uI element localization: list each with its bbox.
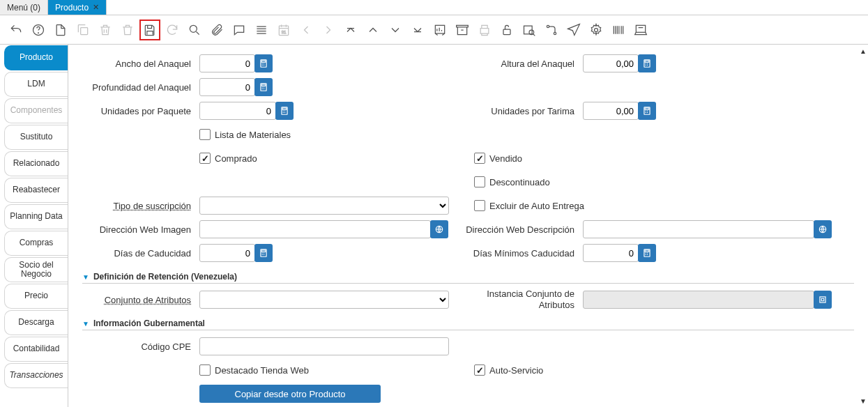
calculator-icon[interactable] <box>638 102 656 120</box>
sidebar-item-ldm[interactable]: LDM <box>4 72 68 97</box>
direccion-web-desc-input[interactable] <box>583 220 814 238</box>
svg-point-1 <box>38 32 39 33</box>
instancia-atributos-input[interactable] <box>583 291 814 309</box>
descontinuado-checkbox[interactable] <box>474 176 485 187</box>
section-gubernamental[interactable]: ▼ Información Gubernamental <box>82 318 854 330</box>
codigo-cpe-input[interactable] <box>199 337 449 355</box>
sidebar-item-descarga[interactable]: Descarga <box>4 310 68 335</box>
form-scroll-area[interactable]: Ancho del Anaquel Altura del Anaquel <box>68 45 868 407</box>
first-icon[interactable] <box>340 20 361 40</box>
altura-anaquel-input[interactable] <box>583 54 639 72</box>
svg-text:31: 31 <box>282 30 286 34</box>
svg-rect-27 <box>261 250 266 252</box>
calculator-icon[interactable] <box>275 102 294 120</box>
attribute-icon[interactable] <box>814 291 832 309</box>
sidebar: Producto LDM Componentes Sustituto Relac… <box>0 45 68 407</box>
scroll-down-icon[interactable]: ▼ <box>858 394 868 407</box>
calculator-icon[interactable] <box>254 244 273 262</box>
lista-materiales-checkbox[interactable] <box>199 129 211 140</box>
undo-icon[interactable] <box>6 20 26 40</box>
close-icon[interactable]: ✕ <box>93 3 99 12</box>
svg-point-3 <box>190 25 197 32</box>
pos-icon[interactable] <box>630 20 651 40</box>
lista-materiales-label: Lista de Materiales <box>215 130 291 140</box>
excluir-auto-entrega-checkbox[interactable] <box>474 200 485 211</box>
help-icon[interactable] <box>28 20 49 40</box>
calculator-icon[interactable] <box>254 54 273 72</box>
copiar-producto-button[interactable]: Copiar desde otro Producto <box>199 385 381 403</box>
conjunto-atributos-select[interactable] <box>199 291 449 309</box>
descontinuado-label: Descontinuado <box>489 177 550 187</box>
sidebar-item-producto[interactable]: Producto <box>4 45 68 70</box>
destacado-tienda-web-label: Destacado Tienda Web <box>215 365 309 376</box>
sidebar-item-contabilidad[interactable]: Contabilidad <box>4 337 68 362</box>
unidades-paquete-label: Unidades por Paquete <box>82 106 194 116</box>
instancia-atributos-label: Instancia Conjunto de Atributos <box>466 289 577 310</box>
up-icon[interactable] <box>363 20 383 40</box>
auto-servicio-checkbox[interactable] <box>474 364 485 376</box>
sidebar-item-relacionado[interactable]: Relacionado <box>4 151 68 176</box>
sidebar-item-compras[interactable]: Compras <box>4 231 68 256</box>
chat-icon[interactable] <box>229 20 250 40</box>
tab-menu[interactable]: Menú (0) <box>0 0 48 15</box>
globe-icon[interactable] <box>430 220 448 238</box>
svg-point-11 <box>554 32 556 34</box>
svg-rect-13 <box>636 25 645 32</box>
last-icon[interactable] <box>407 20 428 40</box>
dias-min-caducidad-input[interactable] <box>583 244 639 262</box>
tipo-suscripcion-select[interactable] <box>199 197 449 215</box>
tab-producto-label: Producto <box>55 3 89 13</box>
lock-icon[interactable] <box>496 20 517 40</box>
profundidad-label: Profundidad del Anaquel <box>82 82 194 93</box>
sidebar-item-planning-data[interactable]: Planning Data <box>4 204 68 229</box>
sidebar-item-socio-negocio[interactable]: Socio del Negocio <box>4 257 68 282</box>
altura-anaquel-label: Altura del Anaquel <box>466 59 577 69</box>
barcode-icon[interactable] <box>608 20 629 40</box>
scroll-up-icon[interactable]: ▲ <box>858 45 868 57</box>
calculator-icon[interactable] <box>638 244 656 262</box>
calendar-icon: 31 <box>273 20 294 40</box>
codigo-cpe-label: Código CPE <box>82 341 194 352</box>
delete-icon <box>95 20 116 40</box>
comprado-checkbox[interactable] <box>199 153 211 164</box>
report-icon[interactable] <box>429 20 450 40</box>
zoom-across-icon[interactable] <box>519 20 540 40</box>
workflow-icon[interactable] <box>541 20 562 40</box>
refresh-icon <box>162 20 183 40</box>
save-icon[interactable] <box>139 20 160 40</box>
sidebar-item-componentes[interactable]: Componentes <box>4 98 68 123</box>
sidebar-item-precio[interactable]: Precio <box>4 284 68 309</box>
grid-toggle-icon[interactable] <box>251 20 272 40</box>
svg-rect-30 <box>820 297 825 302</box>
unidades-tarima-input[interactable] <box>583 102 639 120</box>
gear-icon[interactable] <box>586 20 607 40</box>
calculator-icon[interactable] <box>254 78 273 96</box>
sidebar-item-transacciones[interactable]: Transacciones <box>4 363 68 388</box>
ancho-anaquel-label: Ancho del Anaquel <box>82 59 194 69</box>
tab-menu-label: Menú (0) <box>7 3 40 13</box>
down-icon[interactable] <box>385 20 406 40</box>
tipo-suscripcion-label: Tipo de suscripción <box>82 201 194 211</box>
sidebar-item-sustituto[interactable]: Sustituto <box>4 125 68 150</box>
new-icon[interactable] <box>50 20 71 40</box>
calculator-icon[interactable] <box>638 54 656 72</box>
comprado-label: Comprado <box>215 153 257 164</box>
chevron-down-icon: ▼ <box>82 320 89 328</box>
destacado-tienda-web-checkbox[interactable] <box>199 364 211 376</box>
svg-rect-19 <box>261 84 266 86</box>
search-icon[interactable] <box>184 20 205 40</box>
vendido-checkbox[interactable] <box>474 153 485 164</box>
svg-rect-29 <box>645 250 649 252</box>
sidebar-item-reabastecer[interactable]: Reabastecer <box>4 178 68 203</box>
globe-icon[interactable] <box>814 220 832 238</box>
ancho-anaquel-input[interactable] <box>199 54 255 72</box>
archive-icon[interactable] <box>452 20 473 40</box>
section-retencion[interactable]: ▼ Definición de Retención (Venezuela) <box>82 272 854 284</box>
profundidad-input[interactable] <box>199 78 255 96</box>
dias-caducidad-input[interactable] <box>199 244 255 262</box>
unidades-paquete-input[interactable] <box>199 102 276 120</box>
direccion-web-imagen-input[interactable] <box>199 220 431 238</box>
request-icon[interactable] <box>563 20 584 40</box>
tab-producto[interactable]: Producto ✕ <box>48 0 107 15</box>
attachment-icon[interactable] <box>206 20 227 40</box>
